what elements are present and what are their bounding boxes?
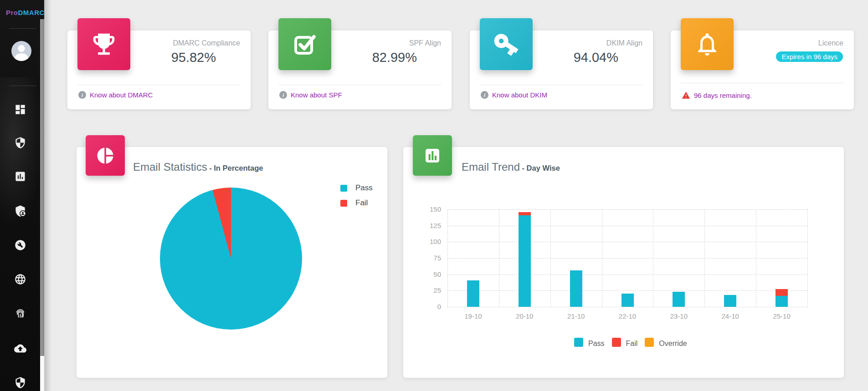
- y-gridline: [447, 307, 807, 307]
- sidebar-scrollbar-track[interactable]: [40, 19, 44, 391]
- sidebar-item-admin[interactable]: [14, 205, 26, 217]
- bar-fail-25-10: [776, 289, 788, 295]
- divider: [278, 85, 442, 85]
- pie-legend: PassFail: [340, 183, 373, 213]
- trend-legend: PassFailOverride: [574, 338, 687, 347]
- sidebar-scrollbar-thumb[interactable]: [40, 19, 44, 356]
- key-icon: [487, 25, 526, 64]
- bar-chart-icon: [423, 147, 442, 165]
- trophy-icon: [90, 30, 118, 58]
- legend-label: Pass: [588, 340, 605, 348]
- y-axis-tick-label: 100: [418, 238, 441, 245]
- shield-icon: [14, 137, 26, 149]
- y-gridline: [447, 290, 807, 291]
- brand-suffix: DMARC: [18, 9, 45, 16]
- dmarc-compliance-card: DMARC Compliance 95.82% i Know about DMA…: [67, 30, 251, 109]
- y-axis-tick-label: 75: [418, 254, 441, 262]
- divider: [77, 85, 241, 85]
- sidebar-item-tools[interactable]: [14, 239, 26, 251]
- content-left-shadow: [44, 0, 51, 391]
- x-gridline: [756, 209, 756, 307]
- checkbox-icon: [291, 30, 318, 58]
- x-gridline: [499, 209, 499, 307]
- stat-value: 95.82%: [171, 50, 216, 65]
- stat-value: 82.99%: [372, 50, 417, 65]
- legend-label: Override: [659, 340, 687, 348]
- divider: [480, 85, 643, 85]
- bar-pass-25-10: [776, 296, 788, 307]
- trend-legend-item-fail[interactable]: Fail: [612, 338, 638, 347]
- cloud-upload-icon: [14, 342, 26, 355]
- report-chart-icon: [14, 170, 26, 183]
- pie-legend-item-fail[interactable]: Fail: [340, 198, 373, 208]
- email-trend-title: Email Trend - Day Wise: [462, 161, 560, 173]
- trend-legend-item-pass[interactable]: Pass: [574, 338, 605, 347]
- globe-icon: [14, 273, 26, 285]
- shield2-icon: [14, 376, 26, 389]
- footer-link-label: Know about DMARC: [90, 91, 153, 99]
- checkbox-tile: [278, 18, 331, 70]
- x-axis-tick-label: 23-10: [658, 312, 699, 320]
- legend-label: Pass: [355, 183, 373, 193]
- x-axis-tick-label: 24-10: [710, 312, 751, 320]
- email-trend-card: Email Trend - Day Wise 02550751001251501…: [403, 147, 844, 378]
- footer-link-label: Know about SPF: [291, 91, 342, 99]
- bar-fail-20-10: [519, 212, 531, 215]
- trend-legend-item-override[interactable]: Override: [645, 338, 687, 347]
- y-axis-tick-label: 50: [418, 270, 441, 278]
- know-about-dkim-link[interactable]: i Know about DKIM: [481, 91, 547, 99]
- fingerprint-icon: [14, 307, 26, 320]
- sidebar-item-upload[interactable]: [14, 342, 26, 355]
- pie-legend-item-pass[interactable]: Pass: [340, 183, 373, 193]
- sidebar-item-reports[interactable]: [14, 170, 26, 183]
- dkim-align-card: DKIM Align 94.04% i Know about DKIM: [470, 30, 653, 109]
- email-trend-plot: 025507510012515019-1020-1021-1022-1023-1…: [447, 209, 807, 307]
- sidebar-item-domains[interactable]: [14, 273, 26, 285]
- info-icon: i: [279, 91, 287, 99]
- legend-swatch: [340, 185, 347, 192]
- sidebar-item-dashboard[interactable]: [14, 103, 26, 116]
- y-gridline: [447, 209, 807, 210]
- sidebar-item-policy[interactable]: [14, 376, 26, 389]
- bell-tile: [681, 18, 734, 70]
- bar-pass-23-10: [673, 292, 685, 307]
- bar-pass-21-10: [570, 270, 582, 307]
- bar-pass-22-10: [621, 294, 634, 307]
- stat-label: SPF Align: [409, 39, 441, 47]
- legend-label: Fail: [626, 340, 638, 348]
- x-axis-tick-label: 21-10: [555, 312, 596, 320]
- email-statistics-card: Email Statistics - In Percentage PassFai…: [77, 147, 387, 378]
- sidebar-item-forensics[interactable]: [14, 307, 26, 320]
- y-gridline: [447, 274, 807, 275]
- bar-chart-tile: [413, 135, 452, 176]
- know-about-spf-link[interactable]: i Know about SPF: [279, 91, 342, 99]
- stat-label: DMARC Compliance: [173, 39, 240, 47]
- know-about-dmarc-link[interactable]: i Know about DMARC: [78, 91, 153, 99]
- sidebar-divider: [9, 28, 36, 29]
- pie-chart-icon: [96, 146, 115, 165]
- brand-logo[interactable]: ProDMARC: [6, 9, 45, 16]
- dashboard-icon: [14, 103, 26, 116]
- brand-prefix: Pro: [6, 9, 18, 16]
- bar-pass-20-10: [519, 215, 531, 307]
- legend-swatch: [645, 338, 654, 347]
- x-gridline: [807, 209, 808, 307]
- sidebar-item-security[interactable]: [14, 137, 26, 149]
- x-axis-tick-label: 22-10: [607, 312, 648, 320]
- x-gridline: [447, 209, 448, 307]
- bar-pass-19-10: [467, 280, 479, 307]
- trophy-tile: [77, 18, 130, 70]
- y-gridline: [447, 226, 807, 226]
- y-gridline: [447, 242, 807, 242]
- licence-expiry-badge: Expires in 96 days: [776, 51, 843, 62]
- legend-label: Fail: [355, 198, 368, 208]
- x-gridline: [550, 209, 551, 307]
- bar-pass-24-10: [724, 295, 736, 307]
- user-avatar[interactable]: [11, 41, 31, 61]
- info-icon: i: [78, 91, 86, 99]
- title-text: Email Statistics: [133, 161, 207, 173]
- person-icon: [11, 41, 31, 61]
- stat-value: 94.04%: [574, 50, 618, 65]
- title-text: Email Trend: [462, 161, 520, 173]
- y-axis-tick-label: 150: [418, 205, 441, 213]
